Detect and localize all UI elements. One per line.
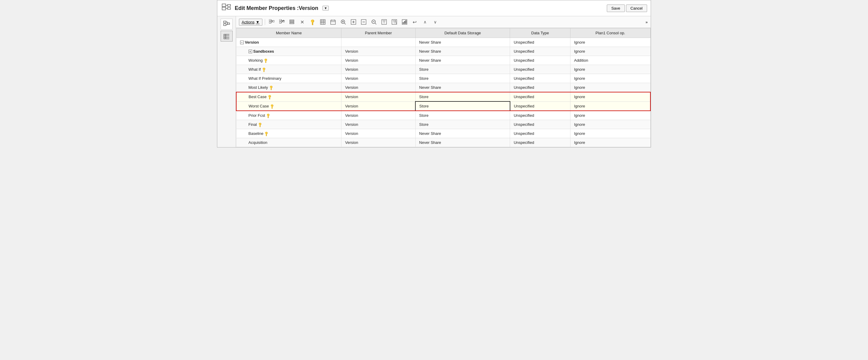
- actions-label: Actions: [242, 20, 254, 24]
- cell-consol-baseline: Ignore: [570, 129, 650, 138]
- key-icon: 🔑: [309, 18, 316, 25]
- cell-datatype-baseline: Unspecified: [510, 129, 570, 138]
- svg-rect-18: [269, 19, 271, 21]
- toolbar-collapse-all-btn[interactable]: [360, 18, 368, 26]
- toolbar-move-down-btn[interactable]: ∨: [431, 18, 439, 26]
- expand-icon-version[interactable]: −: [240, 40, 244, 44]
- actions-button[interactable]: Actions ▼: [239, 19, 262, 26]
- cell-storage-prior-fcst[interactable]: Store: [415, 111, 510, 120]
- table-row-version[interactable]: −VersionNever ShareUnspecifiedIgnore: [236, 38, 650, 47]
- save-button[interactable]: Save: [607, 4, 625, 12]
- table-row-worst-case[interactable]: Worst Case🔑VersionStoreUnspecifiedIgnore: [236, 102, 650, 111]
- sidebar-hierarchy-icon[interactable]: [221, 19, 232, 29]
- toolbar-edit-member-btn[interactable]: [288, 18, 296, 26]
- title-dropdown[interactable]: ▼: [322, 6, 329, 10]
- toolbar-add-child-btn[interactable]: [278, 18, 286, 26]
- cell-member-name-version: −Version: [236, 38, 341, 47]
- cell-storage-sandboxes[interactable]: Never Share: [415, 47, 510, 56]
- toolbar-filter2-btn[interactable]: [390, 18, 399, 26]
- table-row-best-case[interactable]: Best Case🔑VersionStoreUnspecifiedIgnore: [236, 92, 650, 102]
- key-icon-worst-case: 🔑: [269, 104, 275, 109]
- toolbar-zoom-in-btn[interactable]: [339, 18, 347, 26]
- toolbar-undo-btn[interactable]: ↩: [410, 18, 419, 26]
- cell-storage-working[interactable]: Never Share: [415, 56, 510, 65]
- undo-icon: ↩: [413, 19, 416, 25]
- svg-rect-32: [290, 23, 294, 24]
- svg-rect-66: [403, 22, 404, 24]
- cell-storage-what-if[interactable]: Store: [415, 65, 510, 74]
- sidebar-list-icon[interactable]: [221, 31, 232, 41]
- cell-storage-best-case[interactable]: Store: [415, 92, 510, 102]
- key-icon-final: 🔑: [257, 122, 263, 128]
- table-row-sandboxes[interactable]: +SandboxesVersionNever ShareUnspecifiedI…: [236, 47, 650, 56]
- cell-parent-acquisition: Version: [341, 138, 415, 147]
- svg-rect-3: [227, 4, 230, 6]
- cell-storage-acquisition[interactable]: Never Share: [415, 138, 510, 147]
- svg-rect-68: [405, 20, 406, 24]
- cell-member-name-what-if-preliminary: What If Preliminary: [236, 74, 341, 83]
- cell-storage-version[interactable]: Never Share: [415, 38, 510, 47]
- cell-storage-final[interactable]: Store: [415, 120, 510, 129]
- key-icon-best-case: 🔑: [267, 94, 272, 100]
- members-table: Member Name Parent Member Default Data S…: [236, 28, 651, 147]
- cell-parent-what-if-preliminary: Version: [341, 74, 415, 83]
- toolbar-key-btn[interactable]: 🔑: [308, 18, 317, 26]
- toolbar-chart-btn[interactable]: [400, 18, 409, 26]
- toolbar-delete-btn[interactable]: ✕: [298, 18, 307, 26]
- key-icon-working: 🔑: [263, 58, 269, 63]
- cell-storage-most-likely[interactable]: Never Share: [415, 83, 510, 92]
- header-bar: Edit Member Properties :Version ▼ Save C…: [217, 0, 651, 16]
- cell-consol-what-if: Ignore: [570, 65, 650, 74]
- svg-rect-31: [290, 21, 294, 22]
- cell-parent-baseline: Version: [341, 129, 415, 138]
- toolbar-zoom-out-btn[interactable]: [370, 18, 378, 26]
- app-container: Edit Member Properties :Version ▼ Save C…: [217, 0, 651, 147]
- toolbar-filter-btn[interactable]: [380, 18, 388, 26]
- cell-datatype-working: Unspecified: [510, 56, 570, 65]
- cell-consol-acquisition: Ignore: [570, 138, 650, 147]
- toolbar-expand-all-btn[interactable]: [349, 18, 358, 26]
- cell-datatype-version: Unspecified: [510, 38, 570, 47]
- key-icon-most-likely: 🔑: [268, 85, 274, 91]
- svg-rect-1: [222, 7, 226, 10]
- cell-parent-version: [341, 38, 415, 47]
- toolbar: Actions ▼: [236, 16, 651, 28]
- cell-parent-most-likely: Version: [341, 83, 415, 92]
- toolbar-move-up-btn[interactable]: ∧: [421, 18, 429, 26]
- cell-storage-baseline[interactable]: Never Share: [415, 129, 510, 138]
- cancel-button[interactable]: Cancel: [626, 4, 647, 12]
- cell-consol-worst-case: Ignore: [570, 102, 650, 111]
- toolbar-table-btn[interactable]: [318, 18, 327, 26]
- svg-rect-5: [227, 7, 230, 9]
- svg-rect-24: [279, 22, 281, 23]
- svg-rect-35: [320, 20, 325, 24]
- toolbar-more-btn[interactable]: »: [646, 20, 648, 24]
- table-row-what-if-preliminary[interactable]: What If PreliminaryVersionStoreUnspecifi…: [236, 74, 650, 83]
- table-row-prior-fcst[interactable]: Prior Fcst🔑VersionStoreUnspecifiedIgnore: [236, 111, 650, 120]
- cell-datatype-what-if-preliminary: Unspecified: [510, 74, 570, 83]
- col-data-type: Data Type: [510, 28, 570, 38]
- cell-member-name-most-likely: Most Likely🔑: [236, 83, 341, 92]
- expand-icon-sandboxes[interactable]: +: [249, 50, 252, 53]
- cell-member-name-acquisition: Acquisition: [236, 138, 341, 147]
- cell-datatype-worst-case: Unspecified: [510, 102, 570, 111]
- svg-rect-19: [269, 22, 271, 23]
- toolbar-hierarchy-btn[interactable]: [268, 18, 276, 26]
- up-icon: ∧: [424, 20, 427, 24]
- toolbar-schedule-btn[interactable]: [329, 18, 337, 26]
- table-row-working[interactable]: Working🔑VersionNever ShareUnspecifiedAdd…: [236, 56, 650, 65]
- col-parent-member: Parent Member: [341, 28, 415, 38]
- table-row-what-if[interactable]: What If🔑VersionStoreUnspecifiedIgnore: [236, 65, 650, 74]
- svg-rect-6: [224, 21, 226, 23]
- cell-member-name-baseline: Baseline🔑: [236, 129, 341, 138]
- svg-rect-40: [331, 20, 335, 24]
- table-row-baseline[interactable]: Baseline🔑VersionNever ShareUnspecifiedIg…: [236, 129, 650, 138]
- cell-storage-what-if-preliminary[interactable]: Store: [415, 74, 510, 83]
- cell-storage-worst-case[interactable]: Store: [415, 102, 510, 111]
- header-left: Edit Member Properties :Version ▼: [221, 3, 329, 13]
- table-row-most-likely[interactable]: Most Likely🔑VersionNever ShareUnspecifie…: [236, 83, 650, 92]
- key-icon-prior-fcst: 🔑: [266, 113, 271, 119]
- key-icon-what-if: 🔑: [261, 67, 267, 73]
- table-row-final[interactable]: Final🔑VersionStoreUnspecifiedIgnore: [236, 120, 650, 129]
- table-row-acquisition[interactable]: AcquisitionVersionNever ShareUnspecified…: [236, 138, 650, 147]
